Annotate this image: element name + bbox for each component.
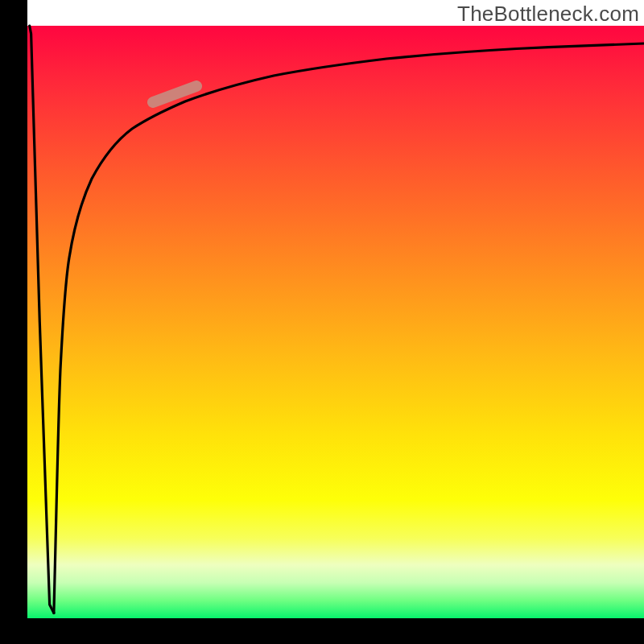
- chart-stage: TheBottleneck.com: [0, 0, 644, 644]
- y-axis-bar: [0, 0, 27, 644]
- plot-gradient-background: [27, 26, 644, 618]
- watermark-text: TheBottleneck.com: [457, 2, 639, 27]
- x-axis-bar: [0, 618, 644, 644]
